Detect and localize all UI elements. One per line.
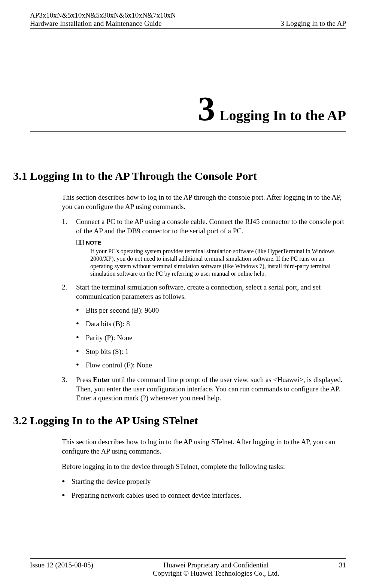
footer-center: Huawei Proprietary and Confidential Copy… xyxy=(93,561,339,578)
pretask-2: Preparing network cables used to connect… xyxy=(62,491,346,500)
section-3-2-intro: This section describes how to log in to … xyxy=(62,437,346,456)
step-1-text: Connect a PC to the AP using a console c… xyxy=(76,218,344,235)
page-footer: Issue 12 (2015-08-05) Huawei Proprietary… xyxy=(30,558,346,578)
step-1: 1. Connect a PC to the AP using a consol… xyxy=(62,217,346,278)
step-1-number: 1. xyxy=(62,217,67,227)
footer-proprietary: Huawei Proprietary and Confidential xyxy=(93,561,339,569)
pretask-1: Starting the device properly xyxy=(62,477,346,487)
note-label: NOTE xyxy=(86,239,101,246)
step-3-post: until the command line prompt of the use… xyxy=(76,376,342,402)
step-3-number: 3. xyxy=(62,375,67,385)
footer-copyright: Copyright © Huawei Technologies Co., Ltd… xyxy=(93,569,339,578)
chapter-title-text: Logging In to the AP xyxy=(219,107,346,123)
header-product-line2: Hardware Installation and Maintenance Gu… xyxy=(30,19,176,28)
header-left: AP3x10xN&5x10xN&5x30xN&6x10xN&7x10xN Har… xyxy=(30,11,176,28)
section-3-1-heading: 3.1 Logging In to the AP Through the Con… xyxy=(13,170,346,182)
note-row: NOTE xyxy=(76,239,346,246)
comm-params-list: Bits per second (B): 9600 Data bits (B):… xyxy=(76,306,346,370)
step-2: 2. Start the terminal simulation softwar… xyxy=(62,283,346,370)
section-3-2-pretasks: Before logging in to the device through … xyxy=(62,462,346,472)
param-data-bits: Data bits (B): 8 xyxy=(76,319,346,329)
param-bits-per-second: Bits per second (B): 9600 xyxy=(76,306,346,315)
section-3-1-steps: 1. Connect a PC to the AP using a consol… xyxy=(62,217,346,403)
param-flow-control: Flow control (F): None xyxy=(76,361,346,370)
step-2-text: Start the terminal simulation software, … xyxy=(76,283,321,300)
note-text: If your PC's operating system provides t… xyxy=(90,248,346,278)
header-product-line1: AP3x10xN&5x10xN&5x30xN&6x10xN&7x10xN xyxy=(30,11,176,19)
param-parity: Parity (P): None xyxy=(76,333,346,343)
pretasks-list: Starting the device properly Preparing n… xyxy=(62,477,346,500)
page-header: AP3x10xN&5x10xN&5x30xN&6x10xN&7x10xN Har… xyxy=(30,11,346,29)
note-book-icon xyxy=(76,239,84,246)
param-stop-bits: Stop bits (S): 1 xyxy=(76,347,346,357)
chapter-title: 3 Logging In to the AP xyxy=(30,89,346,132)
section-3-1-body: This section describes how to log in to … xyxy=(62,193,346,403)
header-right: 3 Logging In to the AP xyxy=(281,19,346,28)
chapter-number: 3 xyxy=(198,90,215,128)
step-2-number: 2. xyxy=(62,283,67,292)
footer-page-number: 31 xyxy=(339,561,346,569)
section-3-2-body: This section describes how to log in to … xyxy=(62,437,346,500)
step-3-bold: Enter xyxy=(93,376,110,384)
section-3-2-heading: 3.2 Logging In to the AP Using STelnet xyxy=(13,414,346,427)
step-3-pre: Press xyxy=(76,376,93,384)
footer-issue: Issue 12 (2015-08-05) xyxy=(30,561,93,569)
step-3: 3. Press Enter until the command line pr… xyxy=(62,375,346,403)
section-3-1-intro: This section describes how to log in to … xyxy=(62,193,346,211)
